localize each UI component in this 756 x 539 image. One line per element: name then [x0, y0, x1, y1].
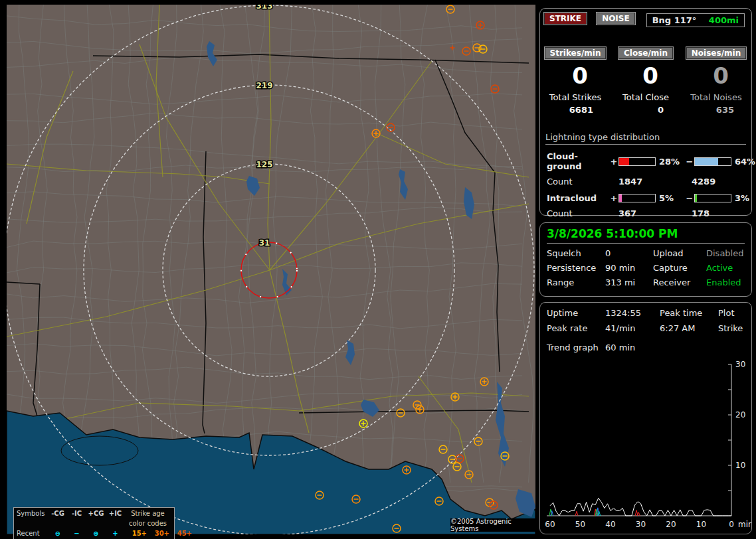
ic-positive-pct: 5% — [656, 193, 685, 203]
strikes-per-min-label: Strikes/min — [545, 47, 607, 59]
persistence-label: Persistence — [547, 263, 605, 273]
cg-positive-pct: 28% — [656, 157, 685, 167]
svg-text:10: 10 — [696, 520, 706, 529]
legend-age-header: Strike age color codes — [124, 508, 171, 528]
map-legend: Symbols -CG -IC +CG +IC Strike age color… — [13, 507, 175, 539]
noises-per-min-value: 0 — [681, 63, 751, 88]
status-panel: 3/8/2026 5:10:00 PM Squelch 0 Upload Dis… — [539, 222, 752, 297]
minus-sign: − — [685, 157, 694, 167]
legend-col-ic-pos: +IC — [106, 508, 124, 528]
count-label: Count — [547, 177, 618, 187]
plus-sign: + — [609, 193, 618, 203]
peak-time-value: 6:27 AM — [660, 323, 718, 333]
counters-panel: STRIKE NOISE Bng 117° 400mi Strikes/min … — [539, 8, 752, 216]
legend-recent-row: Recent ⊖ − ⊕ + 15+ 30+ 45+ — [17, 528, 171, 538]
peak-rate-label: Peak rate — [547, 323, 605, 333]
range-value: 400mi — [709, 15, 739, 25]
total-strikes-label: Total Strikes — [540, 92, 611, 102]
svg-text:30: 30 — [735, 361, 745, 369]
strikes-per-min-value: 0 — [540, 63, 611, 88]
recent-cg-pos-icon: ⊕ — [86, 528, 106, 538]
legend-header-row: Symbols -CG -IC +CG +IC Strike age color… — [17, 508, 171, 528]
svg-text:30: 30 — [636, 520, 646, 529]
trend-window-value: 60 min — [605, 343, 660, 352]
noise-button[interactable]: NOISE — [597, 13, 635, 25]
age-45: 45+ — [169, 528, 192, 538]
svg-text:219: 219 — [256, 81, 272, 90]
cloud-ground-row: Cloud-ground + 28% − 64% — [547, 151, 746, 171]
ic-negative-count: 178 — [692, 208, 746, 218]
cloud-ground-count-row: Count 1847 4289 — [547, 177, 746, 187]
legend-col-ic-neg: -IC — [68, 508, 86, 528]
cg-negative-pct: 64% — [731, 157, 756, 167]
close-per-min-label: Close/min — [618, 47, 673, 59]
copyright-text: ©2005 Astrogenic Systems — [450, 518, 535, 532]
upload-label: Upload — [653, 248, 706, 258]
lake-pontchartrain — [61, 436, 138, 465]
status-row-1: Squelch 0 Upload Disabled — [547, 248, 745, 258]
total-noises-label: Total Noises — [681, 92, 751, 102]
distribution-title: Lightning type distribution — [545, 132, 746, 145]
close-per-min-value: 0 — [611, 63, 681, 88]
plus-sign: + — [609, 157, 618, 167]
squelch-value: 0 — [605, 248, 653, 258]
receiver-label: Receiver — [653, 277, 706, 287]
recent-ic-pos-icon: + — [106, 528, 124, 538]
ic-negative-pct: 3% — [731, 193, 756, 203]
trend-graph: 1020306050403020100min — [540, 361, 751, 534]
count-label: Count — [547, 208, 618, 218]
svg-text:40: 40 — [605, 520, 615, 529]
legend-col-cg-neg: -CG — [48, 508, 68, 528]
total-noises-value: 635 — [681, 105, 751, 115]
trend-panel: Uptime 1324:55 Peak time Plot Peak rate … — [539, 302, 752, 534]
capture-label: Capture — [653, 263, 706, 273]
persistence-value: 90 min — [605, 263, 653, 273]
ic-positive-bar — [618, 194, 656, 202]
upload-value: Disabled — [706, 248, 745, 258]
svg-text:20: 20 — [666, 520, 676, 529]
datetime-display: 3/8/2026 5:10:00 PM — [547, 227, 745, 244]
uptime-label: Uptime — [547, 308, 605, 318]
plot-mode-value: Strike — [718, 323, 745, 333]
svg-text:125: 125 — [256, 160, 272, 169]
svg-text:min: min — [738, 520, 751, 529]
nexstorm-window: { "header": { "strike_button": "STRIKE",… — [0, 0, 756, 539]
cg-positive-bar — [618, 157, 656, 166]
trend-graph-row: Trend graph 60 min — [547, 343, 745, 352]
intracloud-label: Intracloud — [547, 193, 609, 203]
map-canvas: 31125219313 — [7, 5, 535, 534]
total-strikes-value: 6681 — [540, 105, 611, 115]
trend-graph-label: Trend graph — [547, 343, 605, 352]
svg-text:50: 50 — [575, 520, 585, 529]
cg-negative-bar — [694, 157, 731, 166]
strike-button[interactable]: STRIKE — [544, 13, 587, 25]
range-label: Range — [547, 277, 605, 287]
status-row-2: Persistence 90 min Capture Active — [547, 263, 745, 273]
squelch-label: Squelch — [547, 248, 605, 258]
intracloud-count-row: Count 367 178 — [547, 208, 746, 218]
strike-map[interactable]: 31125219313 Symbols -CG -IC +CG +IC Stri… — [7, 5, 535, 534]
svg-text:60: 60 — [545, 520, 555, 529]
uptime-row: Uptime 1324:55 Peak time Plot — [547, 308, 745, 318]
peak-rate-value: 41/min — [605, 323, 660, 333]
bearing-range-display: Bng 117° 400mi — [646, 13, 745, 27]
range-value: 313 mi — [605, 277, 653, 287]
age-15: 15+ — [124, 528, 147, 538]
recent-cg-neg-icon: ⊖ — [48, 528, 68, 538]
legend-recent-label: Recent — [17, 528, 48, 538]
cg-negative-count: 4289 — [692, 177, 746, 187]
minus-sign: − — [685, 193, 694, 203]
intracloud-row: Intracloud + 5% − 3% — [547, 193, 746, 203]
recent-ic-neg-icon: − — [68, 528, 86, 538]
peak-time-label: Peak time — [660, 308, 718, 318]
receiver-value: Enabled — [706, 277, 745, 287]
svg-text:10: 10 — [735, 461, 745, 470]
plot-label: Plot — [718, 308, 745, 318]
age-30: 30+ — [147, 528, 169, 538]
peak-rate-row: Peak rate 41/min 6:27 AM Strike — [547, 323, 745, 333]
ic-positive-count: 367 — [618, 208, 692, 218]
svg-text:31: 31 — [259, 238, 270, 248]
legend-col-cg-pos: +CG — [86, 508, 106, 528]
status-row-3: Range 313 mi Receiver Enabled — [547, 277, 745, 287]
svg-text:0: 0 — [729, 520, 734, 529]
